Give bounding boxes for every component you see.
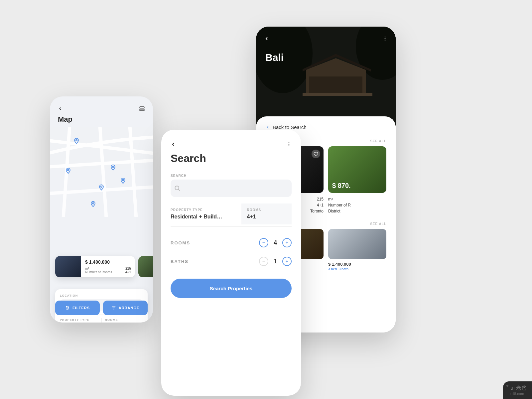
arrange-button[interactable]: ARRANGE [103,301,148,315]
rooms-value: 4+1 [317,203,324,207]
svg-rect-17 [309,76,362,93]
back-to-search-link[interactable]: Back to Search [265,124,386,130]
area-label: m² [328,197,333,201]
featured-image: $ 870. [328,146,386,193]
rooms-field-value: 4+1 [247,214,286,220]
map-pin-icon[interactable] [90,200,96,207]
rooms-field[interactable]: ROOMS 4+1 [102,318,143,323]
svg-point-9 [66,306,67,307]
featured-price: $ 870. [332,182,351,190]
chevron-left-icon [265,125,270,130]
property-small-card[interactable]: $ 1.400.000 3 bed 3 bath [328,229,386,271]
sliders-icon [65,306,70,310]
search-properties-button[interactable]: Search Properties [171,279,292,298]
svg-point-10 [68,308,68,308]
hero-image: Bali [256,27,396,126]
filters-label: FILTERS [72,306,90,310]
property-card-strip[interactable]: $ 1.400.000 m²215 Number of Rooms4+1 [55,256,153,277]
search-icon [174,185,181,192]
svg-point-3 [67,169,69,171]
svg-point-20 [385,38,386,39]
area-value: 215 [125,267,131,270]
hero-illustration [256,27,396,126]
favorite-icon[interactable] [312,150,320,158]
svg-point-23 [289,144,290,145]
back-icon[interactable] [58,106,63,111]
back-icon[interactable] [264,36,269,41]
cta-label: Search Properties [210,286,252,291]
baths-plus-button[interactable] [282,257,292,266]
area-label: m² [85,267,89,270]
map-topbar [50,96,153,115]
baths-stepper: BATHS 1 [171,252,292,271]
watermark: ui 老爸 uii8.com [503,381,532,399]
baths-stepper-value: 1 [273,258,278,265]
more-icon[interactable] [286,142,292,147]
svg-rect-18 [303,93,372,96]
rooms-stepper-label: ROOMS [171,240,190,245]
filters-button[interactable]: FILTERS [55,301,100,315]
small-card-price: $ 1.400.000 [328,262,386,267]
svg-point-6 [122,179,124,181]
svg-point-21 [385,40,386,41]
svg-point-19 [385,37,386,38]
property-type-field[interactable]: PROPERTY TYPE Residental + Build… [171,203,241,224]
area-value: 215 [317,197,324,201]
featured-card[interactable]: $ 870. m² Number of R District [328,146,386,214]
back-icon[interactable] [171,142,176,147]
svg-point-11 [67,309,67,309]
map-action-row: FILTERS ARRANGE [55,301,148,315]
svg-point-7 [92,202,94,204]
rooms-label: Number of R [328,203,351,207]
watermark-brand: ui 老爸 [510,385,527,392]
map-title: Map [50,115,153,127]
bed-meta: 3 bed [328,267,337,271]
svg-point-25 [175,186,179,190]
district-label: District [328,209,340,213]
district-value: Toronto [310,209,324,213]
search-title: Search [161,152,301,174]
map-pin-icon[interactable] [120,177,126,184]
property-type-field[interactable]: PROPERTY TYPE Residental + Build… [60,318,102,323]
search-input[interactable] [171,180,292,197]
svg-point-5 [101,186,102,187]
rooms-stepper-value: 4 [273,239,278,246]
property-card[interactable]: $ 1.400.000 m²215 Number of Rooms4+1 [55,256,135,277]
search-label: SEARCH [171,174,292,178]
arrange-label: ARRANGE [119,306,140,310]
see-all-link[interactable]: SEE ALL [370,222,386,226]
svg-point-2 [76,139,77,141]
baths-minus-button[interactable] [259,257,268,266]
map-canvas[interactable] [50,127,153,217]
map-screen: Map $ 1.400.000 m²215 Number of Rooms4+1 [50,96,153,323]
divider [171,226,292,227]
map-pin-icon[interactable] [98,184,105,190]
back-link-label: Back to Search [273,124,307,130]
hero-title: Bali [265,52,284,63]
location-label: LOCATION [60,294,143,297]
svg-rect-1 [140,109,144,111]
rooms-value: 4+1 [125,270,131,274]
more-icon[interactable] [382,36,388,41]
rooms-label: Number of Rooms [85,270,112,274]
type-rooms-row: PROPERTY TYPE Residental + Build… ROOMS … [171,203,292,224]
small-card-image [328,229,386,259]
property-card-peek[interactable] [138,256,153,277]
watermark-url: uii8.com [510,392,527,396]
bath-meta: 3 bath [339,267,348,271]
rooms-stepper: ROOMS 4 [171,233,292,252]
list-view-icon[interactable] [139,106,145,112]
rooms-label: ROOMS [105,318,143,322]
map-pin-icon[interactable] [65,167,71,174]
svg-point-22 [289,142,290,143]
svg-point-24 [289,145,290,146]
rooms-minus-button[interactable] [259,238,268,247]
rooms-field[interactable]: ROOMS 4+1 [241,203,292,224]
property-thumb [55,256,81,277]
rooms-plus-button[interactable] [282,238,292,247]
map-pin-icon[interactable] [73,137,80,144]
svg-point-4 [112,166,114,167]
map-pin-icon[interactable] [110,164,116,170]
search-topbar [161,130,301,152]
property-price: $ 1.400.000 [85,259,131,265]
